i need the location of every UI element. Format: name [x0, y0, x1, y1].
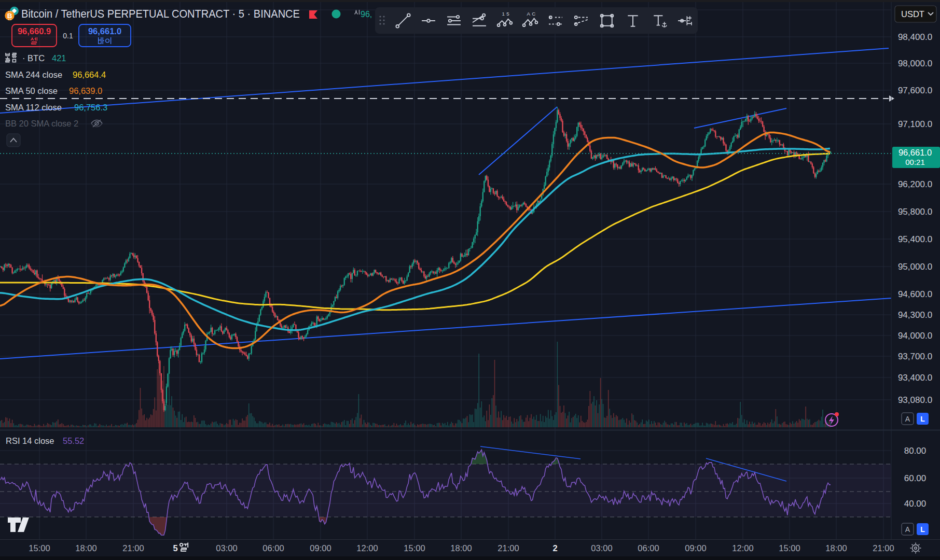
svg-text:L: L: [920, 525, 925, 534]
svg-text:96,664.4: 96,664.4: [73, 70, 106, 79]
svg-text:BB 20 SMA close 2: BB 20 SMA close 2: [5, 119, 78, 128]
svg-text:15:00: 15:00: [404, 543, 425, 553]
svg-text:96,660.9: 96,660.9: [18, 26, 51, 36]
svg-text:94,600.0: 94,600.0: [898, 289, 932, 299]
svg-text:5: 5: [506, 11, 509, 17]
svg-text:97,600.0: 97,600.0: [898, 86, 932, 95]
svg-text:93,700.0: 93,700.0: [898, 352, 932, 361]
svg-text:93,080.0: 93,080.0: [898, 395, 932, 405]
svg-text:2: 2: [552, 543, 557, 553]
svg-text:USDT: USDT: [901, 9, 924, 19]
svg-text:93,400.0: 93,400.0: [898, 373, 932, 383]
svg-text:18:00: 18:00: [825, 543, 847, 553]
svg-text:21:00: 21:00: [497, 543, 519, 553]
svg-text:SMA 112 close: SMA 112 close: [5, 103, 62, 112]
svg-text:00:21: 00:21: [905, 158, 925, 166]
svg-text:96,: 96,: [361, 10, 372, 19]
svg-text:B: B: [7, 12, 12, 20]
svg-text:96,200.0: 96,200.0: [898, 179, 932, 189]
svg-text:1: 1: [502, 11, 505, 17]
svg-text:12:00: 12:00: [356, 543, 378, 553]
svg-text:60.00: 60.00: [904, 473, 927, 483]
svg-text:RSI 14 close: RSI 14 close: [6, 436, 54, 445]
svg-text:18:00: 18:00: [450, 543, 472, 553]
svg-text:03:00: 03:00: [591, 543, 612, 553]
svg-text:97,100.0: 97,100.0: [898, 119, 932, 129]
svg-text:0.1: 0.1: [63, 32, 73, 40]
svg-text:5: 5: [173, 543, 177, 553]
svg-text:A: A: [905, 525, 910, 534]
svg-text:06:00: 06:00: [638, 543, 659, 553]
svg-text:09:00: 09:00: [685, 543, 706, 553]
svg-text:· BTC: · BTC: [22, 53, 45, 63]
svg-text:A: A: [527, 11, 531, 17]
svg-text:95,800.0: 95,800.0: [898, 207, 932, 217]
svg-text:L: L: [920, 415, 925, 423]
svg-text:18:00: 18:00: [75, 543, 96, 553]
svg-text:98,000.0: 98,000.0: [898, 59, 932, 68]
svg-text:80.00: 80.00: [904, 446, 927, 456]
svg-text:96,661.0: 96,661.0: [898, 148, 932, 157]
svg-text:03:00: 03:00: [216, 543, 237, 553]
svg-text:421: 421: [52, 53, 66, 63]
svg-text:15:00: 15:00: [779, 543, 800, 553]
svg-text:12:00: 12:00: [732, 543, 753, 553]
svg-text:98,400.0: 98,400.0: [898, 32, 932, 42]
svg-text:SMA 50 close: SMA 50 close: [5, 86, 58, 95]
svg-text:94,300.0: 94,300.0: [898, 310, 932, 320]
svg-text:09:00: 09:00: [310, 543, 331, 553]
svg-text:94,000.0: 94,000.0: [898, 331, 932, 341]
svg-text:15:00: 15:00: [29, 543, 50, 553]
svg-text:96,756.3: 96,756.3: [74, 103, 107, 112]
svg-text:SMA 244 close: SMA 244 close: [5, 70, 62, 79]
svg-text:C: C: [532, 11, 535, 17]
svg-text:Bitcoin / TetherUS PERPETUAL C: Bitcoin / TetherUS PERPETUAL CONTRACT · …: [21, 7, 300, 20]
svg-text:40.00: 40.00: [904, 499, 927, 509]
svg-text:55.52: 55.52: [63, 436, 84, 445]
svg-text:06:00: 06:00: [262, 543, 284, 553]
svg-text:21:00: 21:00: [873, 543, 894, 553]
svg-text:A: A: [905, 415, 910, 423]
svg-text:96,661.0: 96,661.0: [88, 26, 121, 36]
svg-text:95,000.0: 95,000.0: [898, 262, 932, 272]
svg-text:95,400.0: 95,400.0: [898, 234, 932, 244]
svg-text:21:00: 21:00: [122, 543, 144, 553]
svg-text:96,639.0: 96,639.0: [69, 86, 102, 95]
